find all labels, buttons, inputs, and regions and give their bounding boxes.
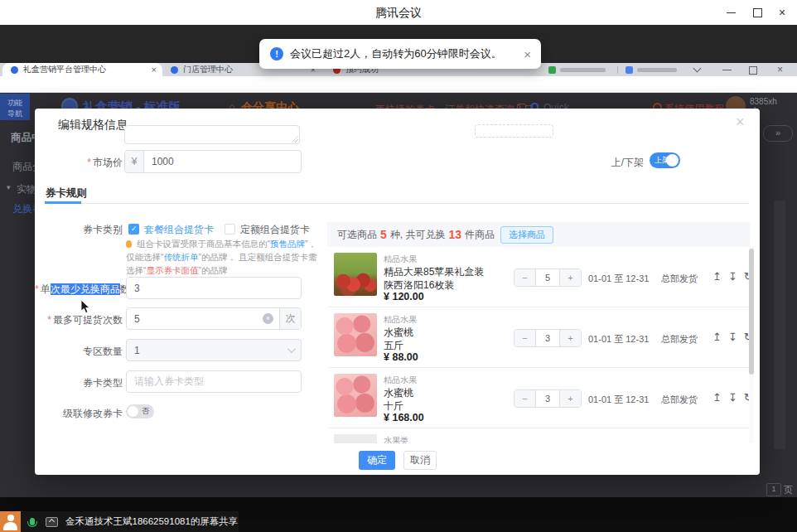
nav-toggle-button[interactable]: 功能 导航: [0, 94, 30, 120]
move-top-icon[interactable]: ↥: [712, 270, 722, 283]
max-pick-input[interactable]: 5 × 次: [126, 307, 302, 330]
confirm-button[interactable]: 确定: [359, 451, 395, 470]
product-row: 精品水果 水蜜桃 五斤 ¥ 88.00 − 3 + 01-01 至 12-31 …: [327, 307, 750, 368]
rule-tip: 组合卡设置受限于商品基本信息的“预售品牌”，仅能选择“传统折单”的品牌， 且定额…: [126, 237, 323, 277]
delivery-label: 总部发货: [661, 394, 698, 406]
tab-gift-admin[interactable]: 礼盒营销平台管理中心 ×: [2, 63, 162, 76]
zone-count-label: 专区数量: [35, 345, 123, 359]
tab-divider-line: [45, 203, 749, 204]
minimize-icon[interactable]: [727, 12, 736, 13]
meeting-titlebar: 腾讯会议 ×: [0, 0, 797, 25]
selection-prefix: 可选商品: [337, 228, 377, 242]
close-icon[interactable]: ×: [779, 7, 785, 18]
tip-term-traditional: 传统折单: [164, 252, 199, 262]
screen-share-indicator: 金禾通技术王斌18662591081的屏幕共享: [21, 511, 239, 532]
checkbox-combo-label[interactable]: 套餐组合提货卡: [144, 223, 214, 237]
triangle-down-icon: ▾: [7, 183, 11, 191]
sharer-avatar: [0, 511, 21, 532]
mouse-cursor: [80, 300, 90, 314]
share-bar-text: 金禾通技术王斌18662591081的屏幕共享: [65, 515, 238, 528]
card-type-input[interactable]: 请输入券卡类型: [126, 370, 302, 393]
tab-card-rules[interactable]: 券卡规则: [46, 186, 87, 201]
qty-stepper[interactable]: − 3 +: [514, 329, 582, 347]
minus-icon[interactable]: −: [514, 330, 535, 346]
scrollbar-thumb[interactable]: [749, 249, 754, 375]
product-tag: 精品水果: [384, 314, 417, 326]
maximize-icon[interactable]: [753, 8, 762, 17]
valid-date: 01-01 至 12-31: [588, 394, 649, 406]
max-pick-unit: 次: [279, 308, 301, 329]
market-price-input[interactable]: ¥ 1000: [124, 150, 302, 173]
modal-close-icon[interactable]: ×: [736, 114, 745, 131]
username-line1: 8385xh: [750, 97, 777, 106]
cascade-toggle[interactable]: 否: [126, 404, 154, 418]
site-favicon: [11, 66, 18, 74]
qty-value[interactable]: 3: [535, 330, 560, 346]
description-textarea-partial[interactable]: [124, 125, 300, 144]
move-bottom-icon[interactable]: ↧: [728, 391, 737, 404]
min-exchange-label-selected: 次最少兑换商品: [51, 283, 120, 295]
chrome-restore-icon[interactable]: [749, 66, 757, 75]
shelf-label: 上/下架: [556, 156, 644, 170]
tab-favicon-blue: [626, 66, 633, 74]
clear-icon[interactable]: ×: [263, 313, 273, 324]
min-exchange-value: 3: [127, 283, 140, 294]
min-exchange-label-pre: 单: [41, 283, 51, 295]
upload-box-partial[interactable]: [475, 124, 553, 138]
qty-stepper[interactable]: − 3 +: [514, 389, 582, 408]
min-exchange-input[interactable]: 3: [126, 277, 302, 299]
zone-count-select[interactable]: 1: [126, 339, 302, 361]
product-price: ¥ 88.00: [384, 351, 418, 363]
product-row-partial: 水果类: [327, 428, 750, 443]
plus-icon[interactable]: +: [560, 269, 581, 286]
qty-value[interactable]: 3: [535, 390, 560, 407]
zone-count-value: 1: [127, 345, 140, 356]
collapse-button[interactable]: »: [763, 125, 793, 142]
card-type-placeholder: 请输入券卡类型: [127, 375, 204, 389]
minus-icon[interactable]: −: [514, 390, 535, 407]
qty-value[interactable]: 5: [535, 269, 560, 286]
microphone-icon: [30, 518, 35, 525]
selection-suffix: 件商品: [465, 228, 495, 242]
required-mark: *: [35, 283, 39, 295]
max-pick-label: 最多可提货次数: [53, 314, 123, 326]
cancel-button[interactable]: 取消: [403, 451, 437, 470]
chrome-close-icon[interactable]: ×: [777, 64, 783, 75]
product-tag: 水果类: [384, 435, 408, 443]
tab-close-icon[interactable]: ×: [152, 65, 157, 75]
move-top-icon[interactable]: ↥: [712, 331, 722, 343]
market-price-value: 1000: [144, 156, 174, 167]
valid-date: 01-01 至 12-31: [588, 273, 649, 285]
site-favicon: [171, 66, 178, 74]
meeting-title: 腾讯会议: [0, 6, 797, 21]
product-name: 水蜜桃: [384, 326, 413, 340]
shelf-toggle[interactable]: 上架: [650, 152, 680, 168]
move-bottom-icon[interactable]: ↧: [728, 331, 737, 343]
product-row: 精品水果 精品大果85苹果礼盒装 陕西洛阳16枚装 ¥ 120.00 − 5 +…: [327, 247, 750, 307]
minus-icon[interactable]: −: [514, 269, 535, 286]
cascade-toggle-state: 否: [142, 406, 149, 417]
product-price: ¥ 120.00: [384, 291, 424, 302]
page-number-input[interactable]: 1: [766, 483, 781, 496]
toggle-knob: [666, 154, 679, 167]
product-list-scrollbar[interactable]: [749, 247, 754, 443]
product-name: 水蜜桃: [384, 386, 413, 400]
plus-icon[interactable]: +: [560, 330, 581, 346]
delivery-label: 总部发货: [661, 273, 698, 285]
plus-icon[interactable]: +: [560, 390, 581, 407]
qty-stepper[interactable]: − 5 +: [514, 268, 582, 287]
checkbox-combo-checked[interactable]: ✓: [128, 224, 139, 235]
tip-term-face-value: 显示券卡面值: [147, 265, 199, 275]
choose-goods-button[interactable]: 选择商品: [500, 226, 553, 244]
info-icon: !: [270, 47, 283, 60]
nav-box-line1: 功能: [0, 98, 30, 109]
chrome-minimize-icon[interactable]: [722, 70, 732, 70]
move-top-icon[interactable]: ↥: [712, 391, 722, 404]
product-row: 精品水果 水蜜桃 十斤 ¥ 168.00 − 3 + 01-01 至 12-31…: [327, 368, 750, 428]
card-category-label: 券卡类别: [35, 223, 123, 237]
move-bottom-icon[interactable]: ↧: [728, 270, 737, 283]
toast-close-icon[interactable]: ×: [524, 47, 531, 61]
product-image: [334, 374, 377, 417]
checkbox-fixed-unchecked[interactable]: [225, 224, 235, 235]
checkbox-fixed-label[interactable]: 定额组合提货卡: [240, 223, 310, 237]
